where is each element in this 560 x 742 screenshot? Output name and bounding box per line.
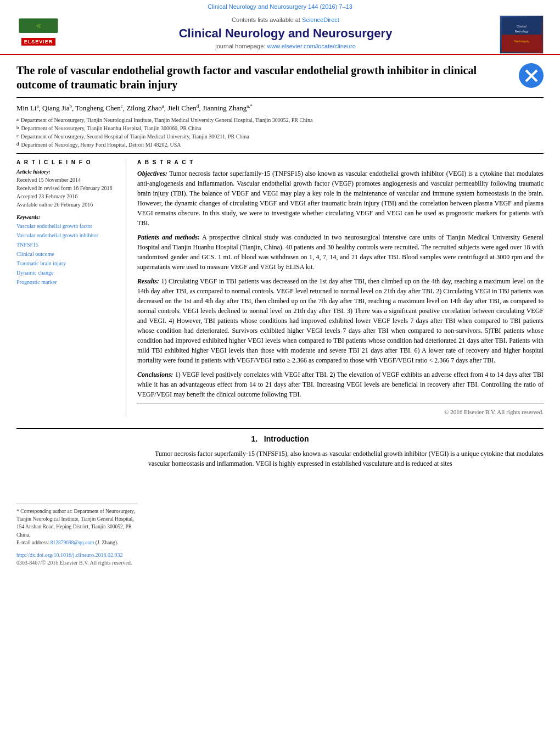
keywords-group: Keywords: Vascular endothelial growth fa… [16, 214, 117, 287]
results-label: Results: [137, 277, 159, 285]
keyword-6: Dynamic change [16, 268, 117, 277]
patients-para: Patients and methods: A prospective clin… [137, 232, 544, 272]
doi-link[interactable]: http://dx.doi.org/10.1016/j.clineuro.201… [16, 552, 137, 558]
article-info-abstract: A R T I C L E I N F O Article history: R… [16, 159, 544, 417]
author-sup-a: a [36, 103, 38, 109]
elsevier-logo: 🌿 ELSEVIER [11, 15, 66, 46]
svg-rect-3 [502, 35, 541, 52]
author-sup-b: b [69, 103, 72, 109]
contents-available: Contents lists available at ScienceDirec… [82, 15, 489, 24]
affil-c: c Department of Neurosurgery, Second Hos… [16, 132, 544, 141]
affil-d: d Department of Neurology, Henry Ford Ho… [16, 141, 544, 149]
affil-a: a Department of Neurosurgery, Tianjin Ne… [16, 116, 544, 124]
sciencedirect-link[interactable]: ScienceDirect [302, 16, 339, 23]
crossmark-badge [519, 63, 544, 88]
header-right: Clinical Neurology Neurosurgery [494, 15, 549, 54]
page-wrapper: Clinical Neurology and Neurosurgery 144 … [0, 0, 560, 575]
results-text: 1) Circulating VEGF in TBI patients was … [137, 277, 544, 364]
email-person: (J. Zhang). [96, 540, 118, 545]
abstract-column: A B S T R A C T Objectives: Tumor necros… [137, 159, 544, 417]
article-title: The role of vascular endothelial growth … [16, 63, 519, 92]
intro-content: * Corresponding author at: Department of… [16, 449, 544, 567]
header-left: 🌿 ELSEVIER [11, 15, 77, 46]
revised-date: Received in revised form 16 February 201… [16, 184, 117, 192]
introduction-paragraph: Tumor necrosis factor superfamily-15 (TN… [148, 449, 544, 468]
abstract-copyright: © 2016 Elsevier B.V. All rights reserved… [137, 404, 544, 417]
svg-text:🌿: 🌿 [36, 24, 41, 29]
section-number: 1. [251, 434, 257, 443]
email-line: E-mail address: 812879698@qq.com (J. Zha… [16, 539, 137, 546]
objectives-para: Objectives: Tumor necrosis factor superf… [137, 169, 544, 228]
author-sup-c: c [121, 103, 123, 109]
keywords-label: Keywords: [16, 214, 117, 220]
affiliations-section: a Department of Neurosurgery, Tianjin Ne… [16, 116, 544, 154]
affil-b: b Department of Neurosurgery, Tianjin Hu… [16, 124, 544, 132]
journal-reference: Clinical Neurology and Neurosurgery 144 … [208, 3, 352, 10]
svg-text:Neurosurgery: Neurosurgery [514, 40, 529, 43]
abstract-section: Objectives: Tumor necrosis factor superf… [137, 169, 544, 417]
svg-text:Neurology: Neurology [515, 30, 529, 33]
keywords-list: Vascular endothelial growth factor Vascu… [16, 221, 117, 287]
affil-b-text: Department of Neurosurgery, Tianjin Huan… [21, 124, 201, 132]
affil-a-text: Department of Neurosurgery, Tianjin Neur… [21, 116, 312, 124]
author-sup-a2: a [162, 103, 164, 109]
conclusions-para: Conclusions: 1) VEGF level positively co… [137, 370, 544, 399]
corresponding-label: * Corresponding author at: [16, 509, 74, 514]
footnote-column: * Corresponding author at: Department of… [16, 449, 137, 567]
journal-header: 🌿 ELSEVIER Contents lists available at S… [0, 11, 560, 55]
available-date: Available online 26 February 2016 [16, 200, 117, 209]
section-heading: Introduction [264, 434, 309, 443]
doi-section: http://dx.doi.org/10.1016/j.clineuro.201… [16, 552, 137, 567]
article-info-header: A R T I C L E I N F O [16, 159, 117, 165]
keyword-4: Clinical outcome [16, 249, 117, 259]
doi-copyright: 0303-8467/© 2016 Elsevier B.V. All right… [16, 560, 132, 566]
header-center: Contents lists available at ScienceDirec… [77, 15, 494, 49]
article-history-group: Article history: Received 15 November 20… [16, 169, 117, 209]
introduction-section: 1. Introduction * Corresponding author a… [16, 428, 544, 567]
keyword-7: Prognostic marker [16, 277, 117, 287]
homepage-url[interactable]: www.elsevier.com/locate/clineuro [267, 43, 355, 49]
results-para: Results: 1) Circulating VEGF in TBI pati… [137, 276, 544, 365]
keyword-1: Vascular endothelial growth factor [16, 221, 117, 231]
conclusions-label: Conclusions: [137, 371, 173, 378]
footnote-section: * Corresponding author at: Department of… [16, 504, 137, 546]
affil-c-text: Department of Neurosurgery, Second Hospi… [21, 132, 249, 141]
conclusions-text: 1) VEGF level positively correlates with… [137, 371, 544, 398]
introduction-text-column: Tumor necrosis factor superfamily-15 (TN… [148, 449, 544, 567]
keyword-2: Vascular endothelial growth inhibitor [16, 231, 117, 240]
elsevier-label: ELSEVIER [21, 38, 56, 46]
article-body: The role of vascular endothelial growth … [0, 55, 560, 575]
introduction-title: 1. Introduction [16, 434, 544, 443]
journal-cover-image: Clinical Neurology Neurosurgery [500, 15, 544, 54]
objectives-label: Objectives: [137, 170, 167, 177]
keyword-5: Traumatic brain injury [16, 259, 117, 268]
email-label: E-mail address: [16, 540, 49, 545]
svg-text:Clinical: Clinical [517, 25, 526, 28]
article-info-column: A R T I C L E I N F O Article history: R… [16, 159, 126, 417]
accepted-date: Accepted 23 February 2016 [16, 192, 117, 200]
affil-d-text: Department of Neurology, Henry Ford Hosp… [21, 141, 181, 149]
author-sup-a3: a,* [247, 103, 253, 109]
journal-title: Clinical Neurology and Neurosurgery [82, 26, 489, 41]
elsevier-tree-icon: 🌿 [14, 16, 63, 38]
corresponding-author: * Corresponding author at: Department of… [16, 507, 137, 539]
journal-homepage: journal homepage: www.elsevier.com/locat… [82, 43, 489, 49]
authors-line: Min Lia, Qiang Jiab, Tongheng Chenc, Zil… [16, 103, 544, 113]
keyword-3: TNFSF15 [16, 240, 117, 249]
abstract-header: A B S T R A C T [137, 159, 544, 165]
author-sup-d: d [197, 103, 199, 109]
received-date: Received 15 November 2014 [16, 176, 117, 184]
top-bar: Clinical Neurology and Neurosurgery 144 … [0, 0, 560, 11]
homepage-label: journal homepage: [215, 43, 265, 49]
email-link[interactable]: 812879698@qq.com [51, 540, 94, 545]
contents-text: Contents lists available at [232, 16, 300, 23]
objectives-text: Tumor necrosis factor superfamily-15 (TN… [137, 170, 544, 227]
title-section: The role of vascular endothelial growth … [16, 63, 544, 98]
patients-label: Patients and methods: [137, 233, 200, 241]
history-label: Article history: [16, 169, 117, 175]
